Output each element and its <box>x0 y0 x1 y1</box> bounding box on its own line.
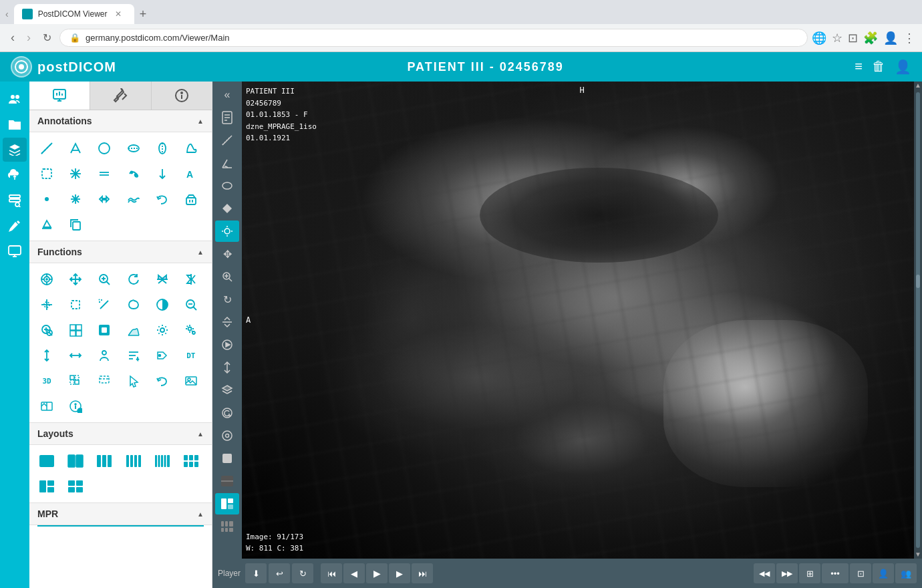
layout-3x3[interactable] <box>179 449 203 473</box>
func-crop[interactable] <box>63 293 88 317</box>
vt-cog[interactable] <box>215 425 239 446</box>
tool-angle[interactable] <box>63 136 88 160</box>
layout-3x1[interactable] <box>92 449 116 473</box>
functions-header[interactable]: Functions ▲ <box>29 241 212 263</box>
player-split[interactable]: ⊡ <box>850 563 871 583</box>
tool-clear[interactable] <box>179 187 203 211</box>
vt-scroll[interactable] <box>215 357 239 378</box>
func-lasso[interactable] <box>122 293 146 317</box>
sidebar-icon-folder[interactable] <box>3 112 27 136</box>
vt-diamond[interactable] <box>215 198 239 219</box>
tool-circle[interactable] <box>92 136 116 160</box>
func-flip-v[interactable] <box>150 267 174 291</box>
player-layout2[interactable]: ⊞ <box>799 563 820 583</box>
layout-5x1[interactable] <box>150 449 174 473</box>
header-delete-icon[interactable]: 🗑 <box>872 59 885 75</box>
layout-2x1[interactable] <box>63 449 88 473</box>
func-magic-wand[interactable] <box>92 293 116 317</box>
func-flip-h[interactable] <box>179 267 203 291</box>
tool-ellipse-v[interactable] <box>150 136 174 160</box>
tool-copy[interactable] <box>63 212 88 237</box>
address-bar[interactable]: 🔒 germany.postdicom.com/Viewer/Main <box>59 29 808 47</box>
menu-icon[interactable]: ⋮ <box>903 31 915 45</box>
func-multiframe[interactable] <box>63 318 88 342</box>
player-refresh[interactable]: ↻ <box>292 563 313 583</box>
sidebar-icon-upload[interactable] <box>3 163 27 187</box>
sidebar-icon-layers[interactable] <box>3 138 27 162</box>
sidebar-icon-search[interactable] <box>3 188 27 212</box>
tool-freehand[interactable] <box>179 136 203 160</box>
tool-ellipse-h[interactable] <box>122 136 146 160</box>
profile-icon[interactable]: 👤 <box>883 31 898 45</box>
player-skip-start[interactable]: ⏮ <box>321 563 342 583</box>
tab-arrow-left[interactable]: ‹ <box>5 9 9 19</box>
layout-4x1[interactable] <box>122 449 146 473</box>
player-download[interactable]: ⬇ <box>245 563 267 583</box>
player-undo[interactable]: ↩ <box>269 563 290 583</box>
translate-icon[interactable]: 🌐 <box>812 31 826 45</box>
header-list-icon[interactable]: ≡ <box>855 59 863 75</box>
func-person[interactable] <box>92 343 116 368</box>
func-label[interactable] <box>150 343 174 368</box>
tab-close-icon[interactable]: ✕ <box>115 9 122 19</box>
layout-1x1[interactable] <box>35 449 59 473</box>
vt-ruler[interactable] <box>215 130 239 151</box>
func-gear2[interactable] <box>179 318 203 342</box>
tool-wave[interactable] <box>122 187 146 211</box>
tab-info[interactable] <box>152 82 212 110</box>
vt-rotate[interactable]: ↻ <box>215 289 239 310</box>
layout-2-1x1[interactable] <box>35 474 59 498</box>
player-prev[interactable]: ◀ <box>343 563 365 583</box>
tool-spine[interactable] <box>122 162 146 186</box>
vt-rect-split2[interactable] <box>215 493 239 514</box>
annotations-collapse-icon[interactable]: ▲ <box>197 118 204 125</box>
forward-button[interactable]: › <box>23 28 35 47</box>
active-tab[interactable]: PostDICOM Viewer ✕ <box>14 4 134 24</box>
func-contrast[interactable] <box>150 293 174 317</box>
func-grid3[interactable] <box>63 369 88 393</box>
func-histogram[interactable] <box>122 318 146 342</box>
func-image3[interactable] <box>35 394 59 418</box>
vt-rect-split[interactable] <box>215 470 239 492</box>
func-select2[interactable] <box>92 369 116 393</box>
new-tab-button[interactable]: + <box>134 7 152 21</box>
tool-dot[interactable] <box>35 187 59 211</box>
tab-layout-icon[interactable]: ⊡ <box>848 31 858 45</box>
player-users[interactable]: 👥 <box>895 563 917 583</box>
tool-roi[interactable] <box>35 162 59 186</box>
tool-ruler[interactable] <box>35 136 59 160</box>
tool-text[interactable]: A <box>179 162 203 186</box>
func-undo2[interactable] <box>150 369 174 393</box>
annotations-header[interactable]: Annotations ▲ <box>29 110 212 132</box>
func-pan-h[interactable] <box>63 343 88 368</box>
tool-arrow[interactable] <box>150 162 174 186</box>
dicom-viewport[interactable]: PATIENT III 02456789 01.01.1853 - F dzne… <box>242 82 922 559</box>
vt-zoom[interactable] <box>215 266 239 287</box>
player-more[interactable]: ••• <box>822 563 849 583</box>
functions-collapse-icon[interactable]: ▲ <box>197 249 204 256</box>
back-button[interactable]: ‹ <box>7 28 19 47</box>
func-sort[interactable] <box>122 343 146 368</box>
reload-button[interactable]: ↻ <box>39 29 55 47</box>
func-zoom-in[interactable] <box>92 267 116 291</box>
player-person[interactable]: 👤 <box>873 563 894 583</box>
func-target[interactable] <box>35 267 59 291</box>
vt-move[interactable]: ✥ <box>215 243 239 265</box>
sidebar-icon-studies[interactable] <box>3 87 27 111</box>
player-play-pause[interactable]: ▶ <box>366 563 388 583</box>
tool-undo[interactable] <box>150 187 174 211</box>
layouts-header[interactable]: Layouts ▲ <box>29 422 212 445</box>
player-next-group[interactable]: ▶▶ <box>776 563 798 583</box>
scroll-indicator[interactable]: ▲ ▼ <box>914 82 922 559</box>
vt-circle-arrow[interactable] <box>215 402 239 424</box>
player-prev-group[interactable]: ◀◀ <box>754 563 775 583</box>
tool-erase[interactable] <box>35 212 59 237</box>
layouts-collapse-icon[interactable]: ▲ <box>197 430 204 438</box>
func-image2[interactable] <box>179 369 203 393</box>
bookmark-icon[interactable]: ☆ <box>832 31 842 45</box>
tool-eraser-x[interactable] <box>63 187 88 211</box>
func-pointer[interactable] <box>122 369 146 393</box>
vt-flip-v[interactable] <box>215 311 239 333</box>
func-dt[interactable]: DT <box>179 343 203 368</box>
layout-2x2[interactable] <box>63 474 88 498</box>
